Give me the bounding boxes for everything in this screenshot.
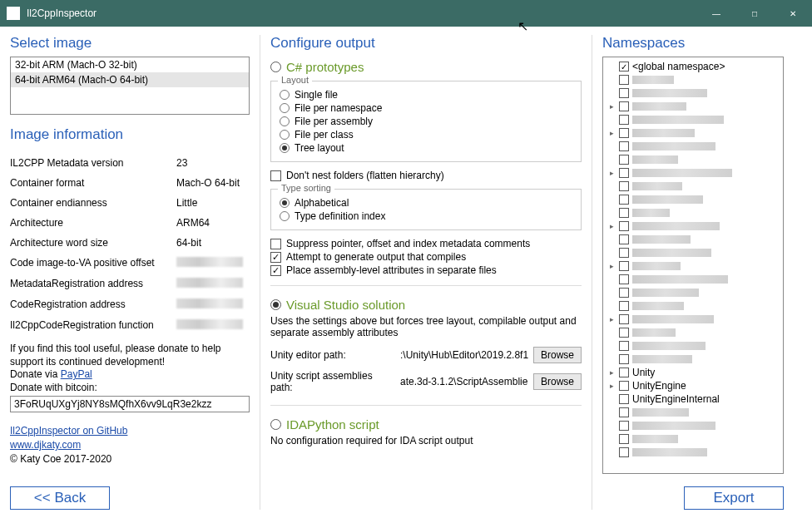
- csharp-prototypes-option[interactable]: C# prototypes: [270, 60, 582, 74]
- checkbox-icon: [619, 394, 629, 404]
- image-list-item[interactable]: 32-bit ARM (Mach-O 32-bit): [11, 57, 249, 72]
- namespace-item-redacted[interactable]: [606, 339, 780, 353]
- info-key: Container format: [10, 177, 176, 189]
- checkbox-icon: [619, 274, 629, 284]
- namespace-item-redacted[interactable]: [606, 246, 780, 259]
- namespace-item-redacted[interactable]: [606, 432, 780, 446]
- compile-checkbox[interactable]: Attempt to generate output that compiles: [270, 250, 582, 264]
- namespace-item-redacted[interactable]: [606, 286, 780, 299]
- namespace-item-redacted[interactable]: [606, 353, 780, 366]
- namespace-item-redacted[interactable]: ▸: [606, 126, 780, 140]
- checkbox-icon: [619, 88, 629, 98]
- namespace-item-redacted[interactable]: [606, 419, 780, 432]
- maximize-button[interactable]: □: [735, 0, 774, 27]
- namespace-item-redacted[interactable]: [606, 193, 780, 206]
- csharp-prototypes-label: C# prototypes: [286, 60, 364, 74]
- namespace-item-redacted[interactable]: [606, 140, 780, 153]
- layout-option[interactable]: Tree layout: [280, 141, 572, 155]
- radio-icon: [270, 62, 281, 72]
- paypal-link[interactable]: PayPal: [61, 368, 92, 380]
- assembly-attr-label: Place assembly-level attributes in separ…: [286, 264, 497, 276]
- sort-option[interactable]: Type definition index: [280, 210, 572, 223]
- type-sorting-legend: Type sorting: [278, 183, 334, 193]
- namespace-item-unityengine[interactable]: ▸UnityEngine: [606, 379, 780, 392]
- info-value: 23: [176, 157, 250, 169]
- info-key: IL2CPP Metadata version: [10, 157, 176, 169]
- info-key: Il2CppCodeRegistration function: [10, 319, 176, 332]
- namespace-item-redacted[interactable]: [606, 113, 780, 126]
- namespace-item-redacted[interactable]: ▸: [606, 313, 780, 326]
- browse-button[interactable]: Browse: [533, 347, 582, 363]
- export-button[interactable]: Export: [684, 486, 784, 510]
- namespace-item-redacted[interactable]: [606, 86, 780, 100]
- namespace-item-redacted[interactable]: [606, 273, 780, 286]
- idapython-label: IDAPython script: [286, 417, 379, 432]
- layout-option[interactable]: File per assembly: [280, 115, 572, 128]
- namespace-item-redacted[interactable]: [606, 326, 780, 339]
- checkbox-icon: [619, 128, 629, 138]
- checkbox-icon: [619, 434, 629, 444]
- namespace-item-redacted[interactable]: ▸: [606, 220, 780, 233]
- checkbox-icon: [619, 248, 629, 258]
- checkbox-icon: [619, 421, 629, 431]
- image-listbox[interactable]: 32-bit ARM (Mach-O 32-bit) 64-bit ARM64 …: [10, 57, 250, 115]
- namespace-item-redacted[interactable]: ▸: [606, 100, 780, 113]
- namespace-item-redacted[interactable]: [606, 153, 780, 166]
- layout-fieldset: Layout Single file File per namespace Fi…: [270, 81, 582, 162]
- minimize-button[interactable]: —: [697, 0, 735, 27]
- donate-text: If you find this tool useful, please don…: [10, 343, 250, 368]
- namespace-item-redacted[interactable]: [606, 446, 780, 459]
- image-list-item[interactable]: 64-bit ARM64 (Mach-O 64-bit): [11, 72, 249, 87]
- radio-icon: [280, 130, 290, 140]
- suppress-label: Suppress pointer, offset and index metad…: [286, 238, 530, 249]
- layout-option[interactable]: Single file: [280, 88, 572, 101]
- sort-option-label: Alphabetical: [295, 197, 349, 209]
- namespace-item-redacted[interactable]: [606, 233, 780, 246]
- namespace-item-redacted[interactable]: [606, 406, 780, 419]
- sort-option[interactable]: Alphabetical: [280, 196, 572, 210]
- namespace-item-redacted[interactable]: ▸: [606, 259, 780, 273]
- namespace-item-redacted[interactable]: [606, 299, 780, 313]
- github-link[interactable]: Il2CppInspector on GitHub: [10, 425, 127, 437]
- browse-button[interactable]: Browse: [533, 373, 582, 390]
- namespaces-heading: Namespaces: [602, 35, 784, 52]
- select-image-heading: Select image: [10, 35, 250, 52]
- checkbox-icon: [619, 141, 629, 151]
- info-value: Mach-O 64-bit: [176, 177, 250, 189]
- back-button[interactable]: << Back: [10, 486, 110, 510]
- links-block: Il2CppInspector on GitHub www.djkaty.com…: [10, 424, 250, 466]
- unity-editor-path-value: :\Unity\Hub\Editor\2019.2.8f1: [400, 349, 528, 361]
- radio-icon: [280, 90, 290, 100]
- suppress-checkbox[interactable]: Suppress pointer, offset and index metad…: [270, 237, 582, 250]
- website-link[interactable]: www.djkaty.com: [10, 439, 81, 451]
- checkbox-icon: [619, 208, 629, 218]
- idapython-option[interactable]: IDAPython script: [270, 417, 582, 432]
- checkbox-icon: [619, 407, 629, 417]
- layout-option[interactable]: File per namespace: [280, 101, 572, 115]
- checkbox-icon: [270, 252, 281, 263]
- unity-editor-path-label: Unity editor path:: [270, 349, 395, 361]
- close-button[interactable]: ✕: [774, 0, 812, 27]
- namespace-item-unity[interactable]: ▸Unity: [606, 366, 780, 379]
- assembly-attr-checkbox[interactable]: Place assembly-level attributes in separ…: [270, 264, 582, 277]
- flatten-checkbox[interactable]: Don't nest folders (flatten hierarchy): [270, 169, 582, 182]
- namespace-item-redacted[interactable]: [606, 206, 780, 220]
- namespace-item-global[interactable]: <global namespace>: [606, 60, 780, 73]
- visual-studio-option[interactable]: Visual Studio solution: [270, 298, 582, 312]
- namespace-item-redacted[interactable]: ▸: [606, 166, 780, 180]
- namespace-label: UnityEngine: [632, 380, 686, 392]
- namespace-item-unityengineinternal[interactable]: UnityEngineInternal: [606, 392, 780, 406]
- checkbox-icon: [619, 234, 629, 244]
- checkbox-icon: [619, 195, 629, 205]
- donate-via-label: Donate via: [10, 368, 61, 380]
- namespaces-tree[interactable]: <global namespace> ▸ ▸ ▸ ▸ ▸ ▸: [602, 57, 784, 474]
- namespace-item-redacted[interactable]: [606, 73, 780, 86]
- configure-output-panel: Configure output C# prototypes Layout Si…: [260, 35, 592, 510]
- checkbox-icon: [270, 239, 281, 249]
- copyright-text: © Katy Coe 2017-2020: [10, 452, 250, 466]
- namespace-item-redacted[interactable]: [606, 180, 780, 193]
- bitcoin-address-input[interactable]: [10, 396, 250, 412]
- layout-option-label: File per namespace: [295, 102, 382, 114]
- donate-bitcoin-label: Donate with bitcoin:: [10, 382, 250, 395]
- layout-option[interactable]: File per class: [280, 128, 572, 141]
